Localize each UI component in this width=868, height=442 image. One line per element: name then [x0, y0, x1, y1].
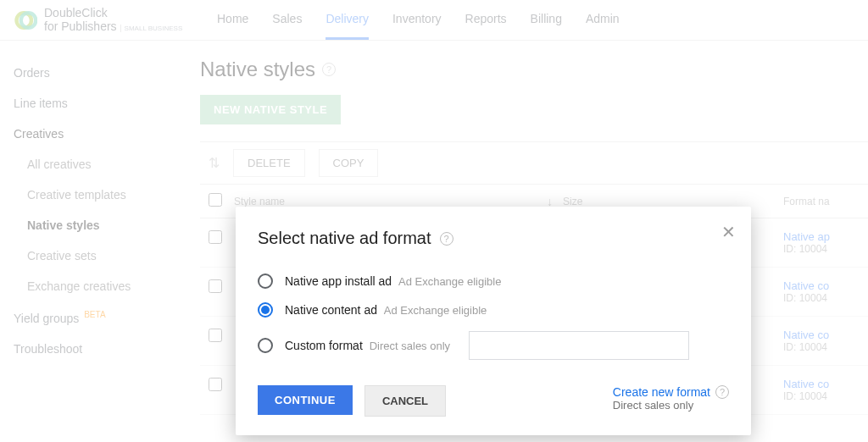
create-new-format-link[interactable]: Create new format ? [613, 385, 729, 399]
help-icon[interactable]: ? [440, 232, 453, 246]
close-icon[interactable]: ✕ [721, 222, 736, 242]
radio-icon[interactable] [258, 273, 273, 289]
modal-title: Select native ad format ? [258, 229, 729, 248]
select-format-modal: ✕ Select native ad format ? Native app i… [236, 207, 751, 435]
continue-button[interactable]: CONTINUE [258, 385, 353, 415]
option-custom-format[interactable]: Custom format Direct sales only [258, 324, 729, 367]
create-format-hint: Direct sales only [613, 399, 729, 412]
option-app-install[interactable]: Native app install ad Ad Exchange eligib… [258, 267, 729, 296]
radio-icon[interactable] [258, 302, 273, 318]
custom-format-input[interactable] [469, 331, 689, 360]
cancel-button[interactable]: CANCEL [364, 385, 446, 417]
format-options: Native app install ad Ad Exchange eligib… [258, 267, 729, 367]
modal-footer: CONTINUE CANCEL Create new format ? Dire… [258, 385, 729, 417]
option-content-ad[interactable]: Native content ad Ad Exchange eligible [258, 296, 729, 324]
radio-icon[interactable] [258, 338, 273, 353]
help-icon[interactable]: ? [715, 385, 729, 399]
